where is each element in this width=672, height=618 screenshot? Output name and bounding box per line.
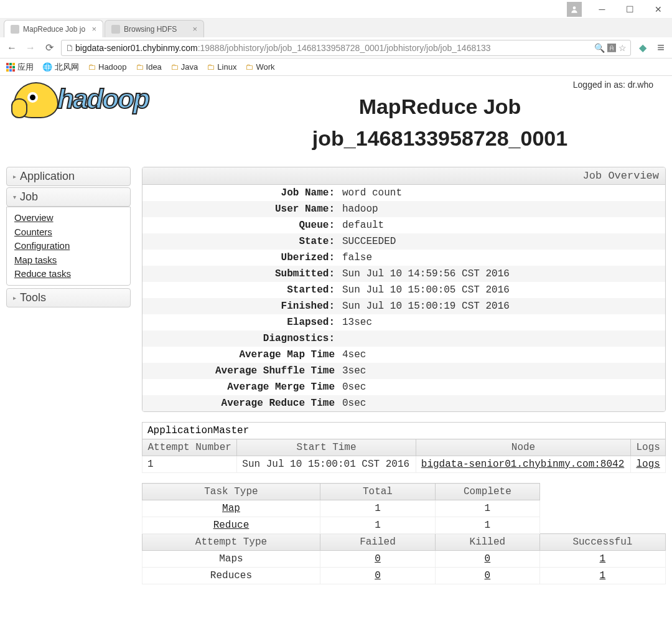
info-value: Sun Jul 10 15:00:19 CST 2016 <box>338 301 665 312</box>
browser-toolbar: ← → ⟳ 🗋 bigdata-senior01.chybinmy.com :1… <box>0 37 672 59</box>
info-row: Average Merge Time0sec <box>142 379 665 395</box>
info-row: Finished:Sun Jul 10 15:00:19 CST 2016 <box>142 298 665 314</box>
info-label: Average Map Time <box>142 349 338 360</box>
address-bar[interactable]: 🗋 bigdata-senior01.chybinmy.com :19888/j… <box>61 40 631 56</box>
window-maximize-button[interactable]: ☐ <box>616 0 644 19</box>
folder-icon: 🗀 <box>207 62 215 72</box>
browser-tab-inactive[interactable]: Browsing HDFS × <box>105 20 204 37</box>
info-value: false <box>338 252 665 263</box>
info-value: 3sec <box>338 365 665 377</box>
bookmark-folder[interactable]: 🗀Linux <box>207 62 236 72</box>
appmaster-table: ApplicationMaster Attempt Number Start T… <box>142 422 666 473</box>
th-killed: Killed <box>435 534 539 551</box>
folder-icon: 🗀 <box>88 62 96 72</box>
logs-link[interactable]: logs <box>636 459 660 470</box>
bookmark-folder[interactable]: 🗀Work <box>245 62 274 72</box>
td-logs: logs <box>631 456 666 473</box>
translate-icon[interactable]: 🅰 <box>607 43 616 53</box>
info-value: hadoop <box>338 204 665 215</box>
bookmark-folder[interactable]: 🗀Idea <box>136 62 162 72</box>
favicon-icon <box>111 25 120 34</box>
table-header-row: Attempt Number Start Time Node Logs <box>142 439 666 456</box>
sidebar-section-tools[interactable]: ▸ Tools <box>6 288 131 307</box>
browser-tab-active[interactable]: MapReduce Job jo × <box>4 20 103 37</box>
bookmark-folder[interactable]: 🗀Hadoop <box>88 62 127 72</box>
sidebar-link-reduce-tasks[interactable]: Reduce tasks <box>14 267 123 281</box>
info-label: Queue: <box>142 220 338 231</box>
sidebar-link-overview[interactable]: Overview <box>14 211 123 225</box>
info-value: word count <box>338 187 665 199</box>
job-overview-panel: Job Overview Job Name:word countUser Nam… <box>142 167 666 412</box>
info-row: Elapsed:13sec <box>142 314 665 330</box>
info-row: Started:Sun Jul 10 15:00:05 CST 2016 <box>142 282 665 298</box>
window-minimize-button[interactable]: ─ <box>588 0 616 19</box>
info-row: User Name:hadoop <box>142 201 665 217</box>
apps-shortcut[interactable]: 应用 <box>6 62 34 73</box>
panel-title: Job Overview <box>142 167 665 185</box>
failed-link[interactable]: 0 <box>375 570 381 581</box>
folder-icon: 🗀 <box>245 62 253 72</box>
info-row: Average Map Time4sec <box>142 347 665 363</box>
back-button[interactable]: ← <box>5 42 19 54</box>
search-engine-icon[interactable]: 🔍 <box>594 43 605 53</box>
tab-close-icon[interactable]: × <box>91 24 96 34</box>
map-link[interactable]: Map <box>222 503 240 514</box>
window-close-button[interactable]: ✕ <box>644 0 672 19</box>
info-label: User Name: <box>142 204 338 215</box>
info-row: Average Reduce Time0sec <box>142 395 665 411</box>
bookmark-folder[interactable]: 🗀Java <box>170 62 198 72</box>
bookmark-star-icon[interactable]: ☆ <box>618 43 627 53</box>
node-link[interactable]: bigdata-senior01.chybinmy.com:8042 <box>421 459 624 470</box>
page-info-icon[interactable]: 🗋 <box>65 43 74 53</box>
td-attempt: 1 <box>142 456 237 473</box>
sidebar-section-job[interactable]: ▾ Job <box>6 187 131 207</box>
caret-right-icon: ▸ <box>13 294 16 301</box>
sidebar-link-counters[interactable]: Counters <box>14 225 123 240</box>
user-avatar-icon[interactable] <box>567 2 582 17</box>
failed-link[interactable]: 0 <box>375 553 381 564</box>
reduce-link[interactable]: Reduce <box>213 520 250 531</box>
table-row: Reduce 1 1 <box>142 517 666 534</box>
bookmark-item[interactable]: 🌐北风网 <box>42 62 79 73</box>
chrome-menu-button[interactable]: ≡ <box>655 40 667 55</box>
hadoop-logo[interactable]: hadoop <box>6 76 214 123</box>
th-logs: Logs <box>631 439 666 456</box>
td-total: 1 <box>320 500 435 517</box>
th-attempt: Attempt Number <box>142 439 237 456</box>
th-total: Total <box>320 484 435 500</box>
reload-button[interactable]: ⟳ <box>42 42 56 54</box>
tab-close-icon[interactable]: × <box>192 24 197 34</box>
sidebar-link-configuration[interactable]: Configuration <box>14 239 123 253</box>
td-type: Reduces <box>142 568 320 584</box>
table-row: Map 1 1 <box>142 500 666 517</box>
url-path: :19888/jobhistory/job/job_1468133958728_… <box>198 43 491 53</box>
th-attempttype: Attempt Type <box>142 534 320 551</box>
bookmarks-bar: 应用 🌐北风网 🗀Hadoop 🗀Idea 🗀Java 🗀Linux 🗀Work <box>0 59 672 76</box>
forward-button[interactable]: → <box>24 42 37 54</box>
killed-link[interactable]: 0 <box>485 553 491 564</box>
favicon-icon <box>11 25 19 34</box>
th-complete: Complete <box>435 484 539 500</box>
th-failed: Failed <box>320 534 435 551</box>
td-complete: 1 <box>435 500 539 517</box>
th-tasktype: Task Type <box>142 484 320 500</box>
info-label: Submitted: <box>142 268 338 279</box>
table-header-row: Task Type Total Complete <box>142 484 666 500</box>
successful-link[interactable]: 1 <box>600 553 606 564</box>
info-row: Uberized:false <box>142 250 665 266</box>
url-host: bigdata-senior01.chybinmy.com <box>75 43 198 53</box>
info-label: Average Reduce Time <box>142 398 338 409</box>
window-titlebar: ─ ☐ ✕ <box>0 0 672 19</box>
info-label: Average Shuffle Time <box>142 365 338 377</box>
killed-link[interactable]: 0 <box>485 570 491 581</box>
caret-right-icon: ▸ <box>13 173 16 180</box>
extension-icon[interactable]: ◆ <box>636 42 650 54</box>
info-value: 13sec <box>338 317 665 328</box>
th-start: Start Time <box>237 439 416 456</box>
info-label: Job Name: <box>142 187 338 199</box>
sidebar-link-map-tasks[interactable]: Map tasks <box>14 253 123 268</box>
successful-link[interactable]: 1 <box>600 570 606 581</box>
info-label: Elapsed: <box>142 317 338 328</box>
sidebar-section-application[interactable]: ▸ Application <box>6 167 131 186</box>
td-total: 1 <box>320 517 435 534</box>
